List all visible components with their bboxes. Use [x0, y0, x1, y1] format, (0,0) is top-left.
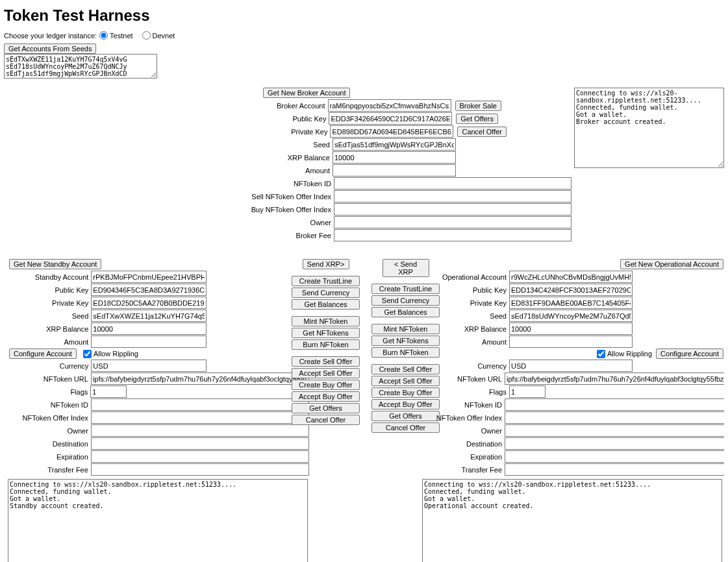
standby-privatekey-label: Private Key: [4, 299, 91, 307]
op-privatekey-input[interactable]: [509, 297, 633, 309]
standby-offeridx-label: NFToken Offer Index: [4, 414, 91, 422]
ledger-label: Choose your ledger instance:: [4, 32, 97, 40]
standby-owner-input[interactable]: [91, 424, 309, 437]
broker-buyidx-input[interactable]: [334, 203, 571, 215]
standby-url-input[interactable]: [91, 373, 309, 385]
op-owner-input[interactable]: [505, 424, 724, 437]
op-publickey-label: Public Key: [422, 286, 509, 294]
broker-fee-label: Broker Fee: [227, 232, 334, 239]
broker-seed-input[interactable]: [333, 138, 456, 151]
broker-privatekey-label: Private Key: [223, 128, 330, 136]
broker-seed-label: Seed: [226, 141, 333, 149]
standby-account-input[interactable]: [91, 271, 206, 283]
standby-seed-input[interactable]: [91, 310, 206, 322]
op-amount-label: Amount: [422, 338, 509, 346]
get-accounts-from-seeds-button[interactable]: Get Accounts From Seeds: [4, 43, 96, 54]
broker-nftokenid-input[interactable]: [334, 177, 571, 189]
standby-get-offers-button[interactable]: Get Offers: [292, 403, 360, 413]
testnet-label: Testnet: [110, 32, 132, 40]
standby-get-nftokens-button[interactable]: Get NFTokens: [292, 328, 360, 338]
op-offeridx-input[interactable]: [505, 411, 724, 424]
standby-send-currency-button[interactable]: Send Currency: [292, 287, 360, 298]
standby-publickey-input[interactable]: [91, 284, 206, 296]
standby-flags-label: Flags: [4, 388, 90, 396]
devnet-label: Devnet: [153, 32, 175, 40]
standby-amount-label: Amount: [4, 338, 91, 346]
op-exp-input[interactable]: [505, 450, 724, 463]
standby-log-textarea[interactable]: [8, 479, 308, 562]
devnet-radio[interactable]: [142, 31, 151, 40]
standby-exp-label: Expiration: [4, 453, 91, 461]
standby-nftid-label: NFToken ID: [4, 401, 91, 409]
broker-get-offers-button[interactable]: Get Offers: [456, 114, 498, 124]
broker-amount-input[interactable]: [333, 164, 456, 177]
op-nftid-label: NFToken ID: [422, 401, 505, 409]
get-new-operational-account-button[interactable]: Get New Operational Account: [620, 259, 723, 269]
standby-currency-input[interactable]: [91, 360, 206, 372]
op-xrp-input[interactable]: [509, 323, 633, 335]
standby-mint-nftoken-button[interactable]: Mint NFToken: [292, 316, 360, 326]
broker-amount-label: Amount: [226, 167, 333, 175]
get-new-standby-account-button[interactable]: Get New Standby Account: [9, 259, 101, 269]
standby-allow-rippling-checkbox[interactable]: [83, 350, 92, 358]
op-allow-rippling-checkbox[interactable]: [597, 350, 605, 358]
op-dest-input[interactable]: [505, 437, 724, 450]
standby-account-label: Standby Account: [4, 273, 91, 281]
broker-log-textarea[interactable]: [574, 88, 724, 168]
op-seed-label: Seed: [422, 312, 509, 320]
standby-get-balances-button[interactable]: Get Balances: [292, 299, 360, 310]
broker-account-label: Broker Account: [221, 102, 328, 110]
standby-nftid-input[interactable]: [91, 398, 309, 411]
standby-cancel-offer-button[interactable]: Cancel Offer: [292, 415, 360, 425]
standby-offeridx-input[interactable]: [91, 411, 309, 424]
standby-xrp-input[interactable]: [91, 323, 206, 335]
standby-fee-input[interactable]: [91, 463, 309, 476]
broker-xrp-input[interactable]: [333, 151, 456, 164]
standby-create-sell-offer-button[interactable]: Create Sell Offer: [292, 356, 360, 367]
broker-sale-button[interactable]: Broker Sale: [455, 101, 501, 111]
op-url-input[interactable]: [505, 373, 724, 385]
broker-publickey-input[interactable]: [329, 112, 452, 125]
seeds-textarea[interactable]: [4, 54, 157, 79]
standby-create-buy-offer-button[interactable]: Create Buy Offer: [292, 380, 360, 390]
standby-amount-input[interactable]: [91, 336, 206, 348]
broker-fee-input[interactable]: [334, 229, 571, 241]
broker-account-input[interactable]: [328, 99, 451, 112]
op-publickey-input[interactable]: [509, 284, 633, 296]
op-xrp-label: XRP Balance: [422, 325, 509, 333]
op-dest-label: Destination: [422, 440, 505, 448]
standby-allow-rippling-label: Allow Rippling: [94, 350, 138, 358]
standby-create-trustline-button[interactable]: Create TrustLine: [292, 276, 360, 286]
op-account-input[interactable]: [509, 271, 633, 283]
standby-privatekey-input[interactable]: [91, 297, 206, 309]
op-account-label: Operational Account: [422, 273, 509, 281]
standby-currency-label: Currency: [4, 362, 91, 370]
broker-sellidx-label: Sell NFToken Offer Index: [227, 193, 334, 201]
op-log-textarea[interactable]: [422, 479, 722, 562]
op-fee-label: Transfer Fee: [422, 466, 505, 474]
standby-burn-nftoken-button[interactable]: Burn NFToken: [292, 339, 360, 350]
broker-owner-input[interactable]: [334, 216, 571, 228]
op-fee-input[interactable]: [505, 463, 724, 476]
send-xrp-button[interactable]: Send XRP>: [303, 259, 349, 269]
standby-fee-label: Transfer Fee: [4, 466, 91, 474]
op-configure-account-button[interactable]: Configure Account: [656, 348, 723, 359]
get-new-broker-account-button[interactable]: Get New Broker Account: [263, 88, 350, 98]
standby-exp-input[interactable]: [91, 450, 309, 463]
op-nftid-input[interactable]: [505, 398, 724, 411]
broker-xrp-label: XRP Balance: [226, 154, 333, 162]
standby-flags-input[interactable]: [90, 385, 127, 398]
broker-privatekey-input[interactable]: [330, 125, 453, 138]
op-allow-rippling-label: Allow Rippling: [607, 350, 652, 358]
standby-dest-input[interactable]: [91, 437, 309, 450]
op-currency-input[interactable]: [509, 360, 633, 372]
standby-accept-sell-offer-button[interactable]: Accept Sell Offer: [292, 368, 360, 378]
op-flags-input[interactable]: [509, 385, 546, 398]
op-seed-input[interactable]: [509, 310, 633, 322]
testnet-radio[interactable]: [99, 31, 108, 40]
standby-accept-buy-offer-button[interactable]: Accept Buy Offer: [292, 391, 360, 402]
broker-cancel-offer-button[interactable]: Cancel Offer: [457, 127, 507, 137]
broker-sellidx-input[interactable]: [334, 190, 571, 202]
op-amount-input[interactable]: [509, 336, 633, 348]
standby-configure-account-button[interactable]: Configure Account: [9, 348, 77, 359]
